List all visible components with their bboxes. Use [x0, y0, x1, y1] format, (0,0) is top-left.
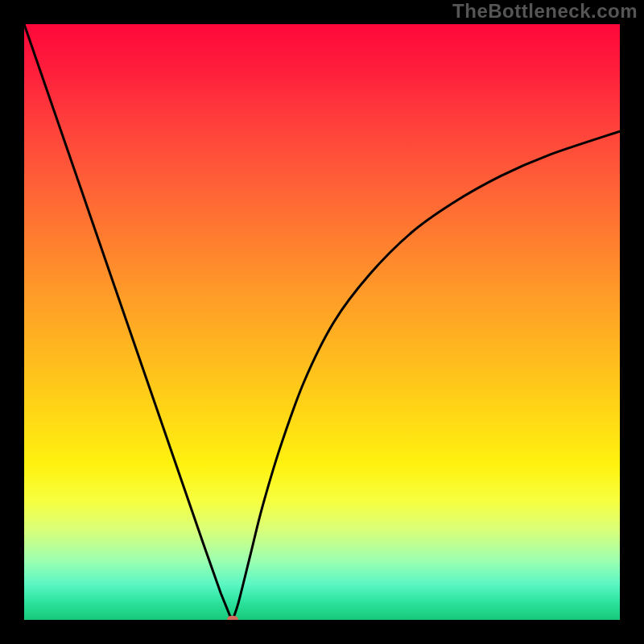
optimal-point-marker — [227, 616, 238, 620]
bottleneck-curve — [24, 24, 620, 620]
plot-area — [24, 24, 620, 620]
watermark-text: TheBottleneck.com — [452, 0, 638, 23]
chart-frame: TheBottleneck.com — [0, 0, 644, 644]
